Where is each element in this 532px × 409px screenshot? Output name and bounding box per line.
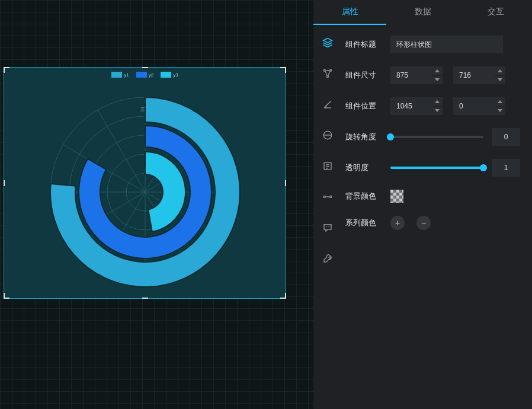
row-series-color: 系列颜色 + − — [345, 216, 520, 230]
design-canvas[interactable]: y1 y2 y3 三月 — [0, 0, 313, 409]
svg-line-16 — [98, 110, 145, 192]
circle-icon[interactable] — [322, 129, 334, 141]
row-size: 组件尺寸 — [345, 66, 520, 84]
size-width-down[interactable] — [432, 75, 443, 85]
rotate-value: 0 — [492, 128, 520, 146]
svg-point-17 — [323, 69, 325, 71]
rotate-label: 旋转角度 — [345, 132, 390, 142]
chart-widget[interactable]: y1 y2 y3 三月 — [4, 67, 286, 299]
series-add-button[interactable]: + — [390, 216, 405, 230]
svg-point-19 — [327, 76, 329, 78]
angle-icon[interactable] — [322, 98, 334, 110]
resize-handle-mb[interactable] — [142, 298, 148, 299]
resize-handle-mr[interactable] — [285, 180, 286, 186]
resize-handle-mt[interactable] — [142, 67, 148, 68]
pos-x-input[interactable] — [390, 97, 432, 115]
title-input[interactable] — [390, 36, 503, 53]
pos-y-down[interactable] — [495, 106, 505, 116]
opacity-slider[interactable] — [390, 167, 483, 169]
svg-point-22 — [323, 196, 325, 198]
size-height-down[interactable] — [495, 75, 505, 85]
series-remove-button[interactable]: − — [416, 216, 431, 230]
resize-handle-tl[interactable] — [4, 67, 9, 73]
rotate-slider[interactable] — [390, 136, 483, 138]
legend-label: y3 — [173, 72, 178, 78]
tools-icon[interactable] — [322, 253, 334, 264]
svg-point-23 — [330, 196, 332, 198]
legend-item: y1 — [111, 72, 129, 78]
tab-data[interactable]: 数据 — [386, 0, 459, 25]
size-width-up[interactable] — [432, 66, 443, 75]
link-icon[interactable] — [322, 191, 334, 203]
pos-y-up[interactable] — [495, 97, 505, 106]
legend-swatch-y2 — [136, 72, 147, 78]
pos-x-up[interactable] — [432, 97, 443, 106]
svg-point-18 — [330, 69, 332, 71]
tab-attributes[interactable]: 属性 — [313, 0, 386, 25]
pos-x-down[interactable] — [432, 106, 443, 116]
legend-label: y1 — [124, 72, 129, 78]
polar-bar-chart — [44, 91, 246, 293]
position-label: 组件位置 — [345, 101, 390, 111]
property-rows: 组件标题 组件尺寸 — [342, 25, 532, 409]
opacity-slider-knob[interactable] — [480, 164, 487, 171]
row-position: 组件位置 — [345, 97, 520, 115]
size-height-input[interactable] — [453, 66, 495, 84]
rotate-slider-knob[interactable] — [387, 133, 394, 140]
property-sidebar — [313, 25, 342, 409]
legend-item: y2 — [136, 72, 153, 78]
panel-tabs: 属性 数据 交互 — [313, 0, 532, 25]
row-rotate: 旋转角度 0 — [345, 128, 520, 146]
properties-panel: 属性 数据 交互 — [313, 0, 532, 409]
pos-y-input[interactable] — [453, 97, 495, 115]
resize-handle-ml[interactable] — [4, 180, 5, 186]
size-width-input[interactable] — [390, 66, 432, 84]
opacity-value: 1 — [492, 159, 520, 177]
bgcolor-label: 背景颜色 — [345, 191, 390, 202]
row-bgcolor: 背景颜色 — [345, 190, 520, 203]
series-color-label: 系列颜色 — [345, 218, 390, 228]
title-label: 组件标题 — [345, 39, 390, 50]
size-label: 组件尺寸 — [345, 70, 390, 81]
nodes-icon[interactable] — [322, 68, 334, 79]
opacity-label: 透明度 — [345, 162, 390, 173]
bgcolor-swatch[interactable] — [390, 190, 403, 203]
size-height-up[interactable] — [495, 66, 505, 75]
legend-swatch-y1 — [111, 72, 122, 78]
legend-swatch-y3 — [161, 72, 171, 78]
tab-interaction[interactable]: 交互 — [459, 0, 532, 25]
resize-handle-br[interactable] — [280, 293, 286, 299]
row-title: 组件标题 — [345, 36, 520, 53]
legend-item: y3 — [161, 72, 178, 78]
row-opacity: 透明度 1 — [345, 159, 520, 177]
legend-label: y2 — [149, 72, 153, 78]
comment-icon[interactable] — [322, 222, 334, 234]
chart-legend: y1 y2 y3 — [4, 72, 286, 78]
form-icon[interactable] — [322, 160, 334, 172]
layers-icon[interactable] — [322, 37, 334, 49]
resize-handle-tr[interactable] — [280, 67, 286, 73]
resize-handle-bl[interactable] — [4, 293, 9, 299]
